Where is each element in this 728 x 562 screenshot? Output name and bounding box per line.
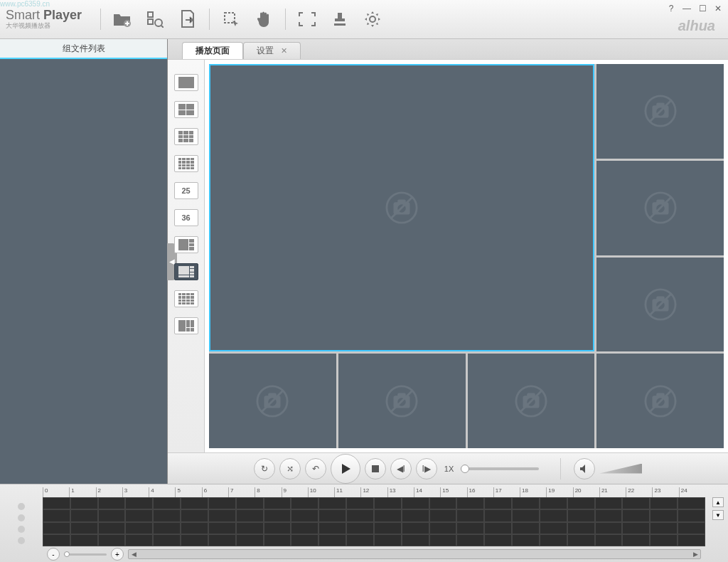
layout-6-button[interactable]: [174, 236, 198, 253]
video-cell-3[interactable]: [596, 258, 724, 352]
search-icon: [146, 11, 164, 28]
step-forward-button[interactable]: I▶: [416, 458, 437, 479]
brand-logo: alhua: [678, 18, 715, 34]
speaker-icon: [579, 464, 589, 474]
timeline-scrollbar[interactable]: ◀ ▶: [128, 549, 701, 559]
zoom-slider[interactable]: [64, 553, 107, 556]
pan-button[interactable]: [248, 4, 279, 35]
timeline-channels: [0, 484, 43, 562]
minimize-button[interactable]: —: [681, 3, 692, 14]
stop-button[interactable]: [365, 458, 386, 479]
main-toolbar: [96, 4, 388, 35]
video-cell-4[interactable]: [209, 354, 336, 448]
help-button[interactable]: ?: [665, 3, 677, 14]
volume-slider[interactable]: [599, 464, 642, 474]
timeline-spinners: ▲ ▼: [708, 484, 728, 562]
loop-button[interactable]: ↻: [254, 458, 275, 479]
zoom-out-button[interactable]: -: [47, 548, 60, 561]
channel-dot[interactable]: [18, 503, 25, 510]
app-logo: Smart Player 大华视频播放器: [6, 8, 82, 31]
channel-dot[interactable]: [18, 526, 25, 533]
gear-icon: [364, 11, 381, 28]
svg-rect-38: [527, 393, 535, 397]
window-controls: ? — ☐ ✕: [665, 3, 724, 14]
fullscreen-button[interactable]: [291, 4, 323, 35]
export-button[interactable]: [172, 4, 203, 35]
file-list: [0, 59, 167, 484]
main-area: 组文件列表 ◀ 播放页面 设置 ✕ 2536 ↻: [0, 39, 728, 484]
track-down-button[interactable]: ▼: [712, 510, 724, 520]
svg-rect-28: [269, 393, 277, 397]
workspace: 2536: [168, 59, 728, 452]
video-cell-5[interactable]: [338, 354, 466, 448]
video-cell-1[interactable]: [596, 64, 724, 159]
stamp-button[interactable]: [324, 4, 355, 35]
layout-4-button[interactable]: [174, 101, 198, 118]
search-button[interactable]: [139, 4, 171, 35]
play-button[interactable]: [331, 454, 360, 484]
tab-playback[interactable]: 播放页面: [182, 42, 243, 59]
video-cell-7[interactable]: [596, 354, 724, 448]
svg-rect-1: [148, 12, 153, 17]
close-icon[interactable]: ✕: [281, 46, 287, 55]
layout-9-button[interactable]: [174, 128, 198, 145]
playback-controls: ↻ ⤭ ↶ ◀I I▶ 1X: [168, 452, 728, 484]
layout-8-button[interactable]: [174, 263, 198, 280]
timeline-panel: 0123456789101112131415161718192021222324…: [0, 484, 728, 562]
video-cell-2[interactable]: [596, 161, 724, 255]
layout-1-button[interactable]: [174, 74, 198, 91]
sidebar-tab[interactable]: 组文件列表: [0, 39, 167, 59]
svg-rect-8: [397, 200, 406, 204]
channel-dot[interactable]: [18, 537, 25, 544]
add-folder-button[interactable]: [107, 4, 138, 35]
scroll-left-icon[interactable]: ◀: [129, 551, 139, 558]
svg-rect-2: [148, 19, 153, 24]
mute-button[interactable]: [574, 458, 595, 479]
video-area: [205, 60, 728, 452]
close-button[interactable]: ✕: [712, 3, 724, 14]
layout-13-button[interactable]: [174, 290, 198, 307]
svg-rect-43: [656, 393, 665, 397]
stop-icon: [372, 465, 379, 472]
region-button[interactable]: [215, 4, 247, 35]
timeline-tracks[interactable]: [43, 497, 705, 546]
svg-point-3: [155, 19, 162, 26]
time-ruler: 0123456789101112131415161718192021222324: [43, 487, 705, 497]
settings-button[interactable]: [357, 4, 388, 35]
tab-settings[interactable]: 设置 ✕: [243, 42, 301, 59]
video-cell-6[interactable]: [468, 354, 595, 448]
folder-plus-icon: [113, 11, 132, 27]
speed-label: 1X: [444, 465, 454, 473]
layout-16-button[interactable]: [174, 155, 198, 172]
app-root: www.pc6359.cn Smart Player 大华视频播放器: [0, 0, 728, 562]
titlebar: www.pc6359.cn Smart Player 大华视频播放器: [0, 0, 728, 39]
scroll-right-icon[interactable]: ▶: [690, 551, 700, 558]
track-up-button[interactable]: ▲: [712, 497, 724, 507]
timeline-main: 0123456789101112131415161718192021222324…: [43, 484, 708, 562]
stamp-icon: [332, 11, 348, 27]
video-cell-0[interactable]: [209, 64, 594, 351]
svg-rect-46: [372, 465, 379, 472]
watermark: www.pc6359.cn: [0, 0, 50, 8]
fullscreen-icon: [299, 12, 316, 26]
maximize-button[interactable]: ☐: [697, 3, 708, 14]
play-icon: [340, 463, 351, 474]
svg-rect-23: [656, 296, 665, 300]
region-icon: [223, 11, 240, 28]
sidebar: 组文件列表 ◀: [0, 39, 168, 484]
svg-rect-18: [656, 200, 665, 204]
layout-36-button[interactable]: 36: [174, 209, 198, 226]
speed-slider[interactable]: [461, 467, 539, 470]
rewind-button[interactable]: ↶: [305, 458, 326, 479]
layout-custom-button[interactable]: [174, 317, 198, 334]
step-back-button[interactable]: ◀I: [390, 458, 412, 479]
tab-bar: 播放页面 设置 ✕: [168, 39, 728, 59]
svg-point-5: [370, 16, 375, 22]
channel-dot[interactable]: [18, 514, 25, 521]
export-icon: [180, 10, 196, 28]
svg-rect-33: [397, 393, 406, 397]
shuffle-button[interactable]: ⤭: [279, 458, 301, 479]
svg-rect-13: [656, 103, 665, 107]
zoom-in-button[interactable]: +: [111, 548, 124, 561]
layout-25-button[interactable]: 25: [174, 182, 198, 199]
